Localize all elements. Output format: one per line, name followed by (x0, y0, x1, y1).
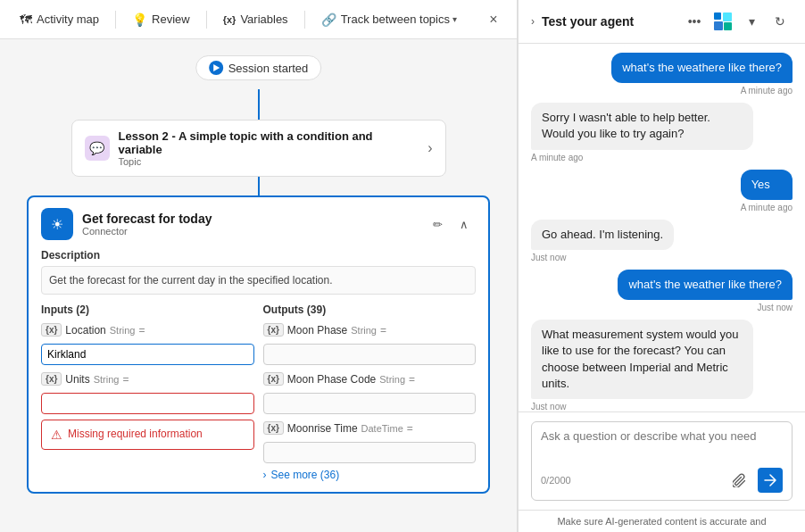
play-icon (209, 61, 223, 75)
inputs-header: Inputs (2) (41, 303, 254, 316)
chat-input[interactable] (541, 429, 783, 461)
nav-label-activity-map: Activity map (37, 12, 99, 26)
nav-divider-3 (304, 11, 305, 29)
input-row-location: {x} Location String = (41, 323, 254, 337)
lesson-arrow-icon: › (427, 140, 432, 156)
chat-input-box: 0/2000 (531, 421, 793, 501)
moon-phase-type: String (351, 325, 377, 336)
chat-header-actions: ••• ▾ ↻ (682, 9, 793, 34)
nav-divider-1 (115, 11, 116, 29)
nav-item-review[interactable]: 💡 Review (123, 7, 199, 32)
more-menu-button[interactable]: ••• (682, 9, 707, 34)
moonrise-time-name: Moonrise Time (287, 422, 358, 435)
track-chevron-icon: ▾ (452, 14, 457, 24)
nav-label-variables: Variables (240, 12, 287, 26)
io-grid: Inputs (2) {x} Location String = {x} Uni… (41, 303, 476, 481)
svg-rect-1 (723, 12, 732, 21)
topic-icon: 💬 (85, 136, 110, 161)
location-eq: = (138, 324, 145, 337)
moonrise-time-badge: {x} (263, 421, 284, 435)
left-panel: 🗺 Activity map 💡 Review {x} Variables 🔗 … (0, 0, 518, 532)
location-badge: {x} (41, 323, 62, 337)
description-label: Description (41, 249, 476, 262)
moon-phase-badge: {x} (263, 323, 284, 337)
connector-header: ☀ Get forecast for today Connector ✏ ∧ (41, 208, 476, 240)
chat-header: › Test your agent ••• ▾ ↻ (519, 0, 805, 44)
lesson-text: Lesson 2 - A simple topic with a conditi… (119, 129, 419, 167)
moonrise-time-type: DateTime (361, 423, 403, 434)
units-eq: = (122, 373, 129, 386)
moon-phase-code-name: Moon Phase Code (287, 373, 376, 386)
connector-card: ☀ Get forecast for today Connector ✏ ∧ D… (27, 195, 490, 494)
moon-phase-code-input[interactable] (263, 393, 477, 414)
connector-name: Get forecast for today (82, 212, 417, 226)
units-type: String (94, 374, 120, 385)
location-input[interactable] (41, 344, 254, 365)
location-name: Location (65, 324, 105, 337)
see-more-button[interactable]: › See more (36) (263, 469, 477, 481)
moon-phase-eq: = (380, 324, 386, 337)
units-name: Units (65, 373, 89, 386)
dropdown-chevron-icon[interactable]: ▾ (739, 9, 764, 34)
connector-sun-icon: ☀ (41, 208, 73, 240)
connector-title: Get forecast for today Connector (82, 212, 417, 237)
moon-phase-code-eq: = (409, 373, 415, 386)
nav-item-activity-map[interactable]: 🗺 Activity map (11, 7, 108, 32)
message-2: Sorry I wasn't able to help better. Woul… (531, 103, 753, 162)
chat-input-buttons (727, 468, 783, 493)
output-row-moonrise-time: {x} Moonrise Time DateTime = (263, 421, 477, 435)
message-4: Go ahead. I'm listening. Just now (531, 220, 674, 262)
message-6-bubble: What measurement system would you like t… (531, 320, 753, 399)
send-button[interactable] (758, 468, 783, 493)
moonrise-time-eq: = (407, 422, 413, 435)
see-more-label: See more (36) (271, 469, 340, 481)
message-4-time: Just now (531, 253, 674, 262)
chat-area: what's the weathere like there? A minute… (519, 44, 805, 411)
message-5-bubble: what's the weather like there? (618, 270, 793, 300)
moon-phase-input[interactable] (263, 344, 477, 365)
close-button[interactable]: × (481, 7, 506, 32)
chat-input-footer: 0/2000 (541, 468, 783, 493)
lesson-topic-box[interactable]: 💬 Lesson 2 - A simple topic with a condi… (71, 120, 446, 177)
moon-phase-code-type: String (379, 374, 405, 385)
collapse-button[interactable]: ∧ (452, 212, 476, 236)
message-6-time: Just now (531, 402, 753, 411)
brand-logo (710, 9, 735, 34)
edit-button[interactable]: ✏ (426, 212, 449, 236)
review-icon: 💡 (132, 12, 147, 27)
ai-disclaimer: Make sure AI-generated content is accura… (519, 510, 805, 532)
error-box: ⚠ Missing required information (41, 420, 254, 450)
units-input[interactable] (41, 393, 254, 414)
nav-item-variables[interactable]: {x} Variables (214, 7, 297, 31)
moonrise-time-input[interactable] (263, 442, 477, 463)
inputs-section: Inputs (2) {x} Location String = {x} Uni… (41, 303, 254, 481)
description-text: Get the forecast for the current day in … (41, 266, 476, 295)
error-message: Missing required information (68, 428, 203, 442)
expand-icon[interactable]: › (531, 15, 535, 28)
message-2-bubble: Sorry I wasn't able to help better. Woul… (531, 103, 753, 149)
svg-rect-0 (714, 12, 721, 20)
message-5-time: Just now (618, 303, 793, 312)
location-type: String (110, 325, 136, 336)
message-2-time: A minute ago (531, 153, 753, 162)
message-1-bubble: what's the weathere like there? (611, 53, 793, 83)
see-more-chevron-icon: › (263, 469, 267, 481)
nav-label-track: Track between topics ▾ (341, 12, 457, 26)
chat-input-area: 0/2000 (519, 411, 805, 510)
nav-item-track[interactable]: 🔗 Track between topics ▾ (312, 7, 466, 32)
message-4-bubble: Go ahead. I'm listening. (531, 220, 674, 250)
moon-phase-code-badge: {x} (263, 372, 284, 386)
session-started-label: Session started (228, 62, 309, 75)
connector-actions: ✏ ∧ (426, 212, 476, 236)
right-panel: › Test your agent ••• ▾ ↻ what's the wea… (518, 0, 805, 532)
attach-button[interactable] (727, 468, 752, 493)
char-count: 0/2000 (541, 475, 571, 486)
message-1-time: A minute ago (611, 86, 793, 96)
outputs-section: Outputs (39) {x} Moon Phase String = {x}… (263, 303, 477, 481)
lesson-subtitle: Topic (119, 156, 419, 167)
refresh-button[interactable]: ↻ (768, 9, 793, 34)
moon-phase-name: Moon Phase (287, 324, 347, 337)
svg-rect-3 (724, 22, 732, 30)
output-row-moon-phase-code: {x} Moon Phase Code String = (263, 372, 477, 386)
svg-rect-2 (714, 21, 723, 30)
